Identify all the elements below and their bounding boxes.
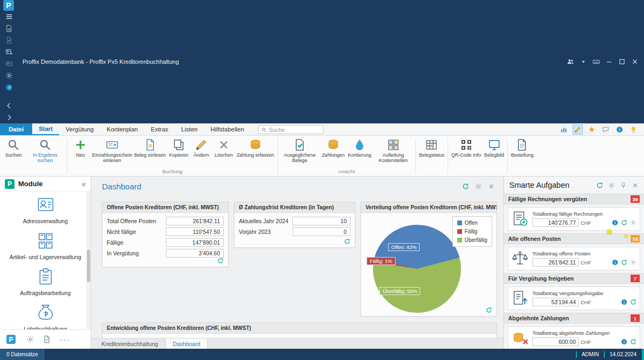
proffix-app-icon[interactable]: P [6,335,16,344]
refresh-icon[interactable] [621,259,627,266]
task-card[interactable]: Totalbetrag abgelehnte Zahlungen600.00CH… [508,326,640,349]
close-window-icon[interactable] [629,56,641,68]
ribbon-bestellung[interactable]: Bestellung [509,137,535,159]
sidebar-scrollbar[interactable] [86,192,91,329]
smart-tasks-panel: Smarte Aufgaben Fällige Rechnungen vergü… [503,177,644,349]
ribbon-belegbild[interactable]: Belegbild [482,137,506,159]
documents-icon[interactable] [43,335,51,343]
sidebar-item-artikel-und-lagerverwaltung[interactable]: Artikel- und Lagerverwaltung [0,227,91,263]
ribbon-kontierung[interactable]: Kontierung [346,137,373,159]
tab-listen[interactable]: Listen [175,123,204,135]
favorites-icon[interactable] [587,124,597,135]
legend-item-offen: Offen [457,220,487,226]
refresh-icon[interactable] [344,238,350,245]
keyboard-icon[interactable] [590,56,602,68]
info-icon[interactable] [612,259,618,266]
minimize-icon[interactable] [603,56,615,68]
ribbon-separator [67,138,68,174]
tab-start[interactable]: Start [32,123,59,135]
task-count-badge: 7 [631,275,640,282]
task-card[interactable]: Totalbetrag fällige Rechnungen140'276.77… [508,207,640,231]
svg-text:?: ? [8,85,11,90]
new-record-icon[interactable] [3,23,15,34]
tab-verguetung[interactable]: Vergütung [59,123,100,135]
sidebar-item-adressverwaltung[interactable]: Adressverwaltung [0,192,91,227]
ribbon-beleg-einlesen[interactable]: Beleg einlesen [133,137,167,159]
tips-icon[interactable] [628,124,639,135]
info-icon[interactable] [621,339,627,345]
navigate-back-icon[interactable] [3,100,15,112]
ribbon-kopieren[interactable]: Kopieren [167,137,190,159]
ribbon-zahlungen[interactable]: Zahlungen [320,137,347,159]
feedback-icon[interactable] [601,124,611,135]
ribbon-neu[interactable]: Neu [69,137,92,159]
ribbon-group: SuchenIn Ergebnis suchen [2,137,65,176]
scrollbar-thumb[interactable] [87,249,90,282]
pin-panel-icon[interactable] [620,182,627,189]
pencil-icon [195,138,208,151]
edit-mode-icon[interactable] [573,124,583,135]
module-label: Artikel- und Lagerverwaltung [8,254,84,260]
sidebar-item-auftragsbearbeitung[interactable]: Auftragsbearbeitung [0,263,91,299]
settings-icon[interactable] [26,335,34,343]
refresh-dashboard-icon[interactable] [462,183,469,190]
more-icon[interactable]: ··· [60,335,70,344]
collapse-sidebar-icon[interactable]: « [82,180,86,188]
refresh-icon[interactable] [630,339,636,345]
task-settings-icon[interactable] [608,182,615,189]
ribbon-in-ergebnis-suchen[interactable]: In Ergebnis suchen [25,137,65,165]
currency-label: CHF [581,260,591,266]
ribbon-aendern[interactable]: Ändern [190,137,213,159]
sidebar-item-lohnbuchhaltung[interactable]: Lohnbuchhaltung [0,299,91,329]
ribbon-aufteilung-kostenstellen[interactable]: Aufteilung Kostenstellen [373,137,414,165]
tab-kontenplan[interactable]: Kontenplan [100,123,144,135]
drop-icon [353,138,366,151]
dashboard-settings-icon[interactable] [475,183,482,190]
user-caret-icon[interactable] [577,56,589,68]
refresh-icon[interactable] [486,307,492,313]
ribbon-belegstatus[interactable]: Belegstatus [418,137,446,159]
quick-settings-icon[interactable] [3,70,15,82]
refresh-icon[interactable] [217,258,224,264]
doc-tab-dashboard[interactable]: Dashboard [166,339,208,349]
search-box[interactable] [258,125,324,134]
close-dashboard-icon[interactable] [488,183,495,190]
doc-tab-kreditorenbuchhaltung[interactable]: Kreditorenbuchhaltung [94,339,166,349]
maximize-icon[interactable] [616,56,628,68]
info-icon[interactable] [621,299,627,305]
task-card[interactable]: Totalbetrag Vergütungsfreigabe53'194.44C… [508,286,640,310]
ribbon-einzahlungsschein-einlesen[interactable]: Einzahlungsschein einlesen [92,137,133,165]
gear-icon[interactable] [630,259,636,266]
gear-icon[interactable] [630,219,636,226]
ribbon-qr-code-info[interactable]: QR-Code Info [450,137,483,159]
open-document-icon[interactable] [3,34,15,46]
task-card-body: Totalbetrag fällige Rechnungen140'276.77… [532,211,636,227]
tab-hilfstabellen[interactable]: Hilfstabellen [204,123,251,135]
kpi-row: Vorjahr 20230 [235,226,355,237]
help-icon[interactable]: ? [3,82,15,93]
close-panel-icon[interactable] [632,182,639,189]
task-card[interactable]: Totalbetrag offene Posten261'842.11CHF [508,247,640,270]
ribbon-loeschen[interactable]: Löschen [213,137,235,159]
tab-extras[interactable]: Extras [144,123,175,135]
statistics-icon[interactable] [559,124,569,135]
refresh-icon[interactable] [621,219,627,226]
ribbon-toolbar: SuchenIn Ergebnis suchenNeuEinzahlungssc… [0,136,644,177]
navigate-forward-icon[interactable] [3,112,15,123]
tab-datei[interactable]: Datei [0,123,32,135]
search-input[interactable] [269,127,320,133]
new-table-icon[interactable] [3,46,15,58]
user-accounts-icon[interactable] [565,56,576,68]
information-icon[interactable] [614,124,625,135]
ribbon-ausgeglichene-belege[interactable]: Ausgeglichene Belege [280,137,320,165]
task-count-badge: 39 [631,195,640,203]
ribbon-zahlung-erfassen[interactable]: Zahlung erfassen [235,137,276,159]
info-icon[interactable] [612,219,618,226]
menu-icon[interactable] [3,11,15,23]
refresh-icon[interactable] [630,299,636,305]
task-description: Totalbetrag fällige Rechnungen [532,211,636,217]
menu-tabs: DateiStartVergütungKontenplanExtrasListe… [0,123,251,135]
import-icon[interactable] [3,58,15,70]
ribbon-suchen[interactable]: Suchen [2,137,25,159]
refresh-tasks-icon[interactable] [596,182,603,189]
